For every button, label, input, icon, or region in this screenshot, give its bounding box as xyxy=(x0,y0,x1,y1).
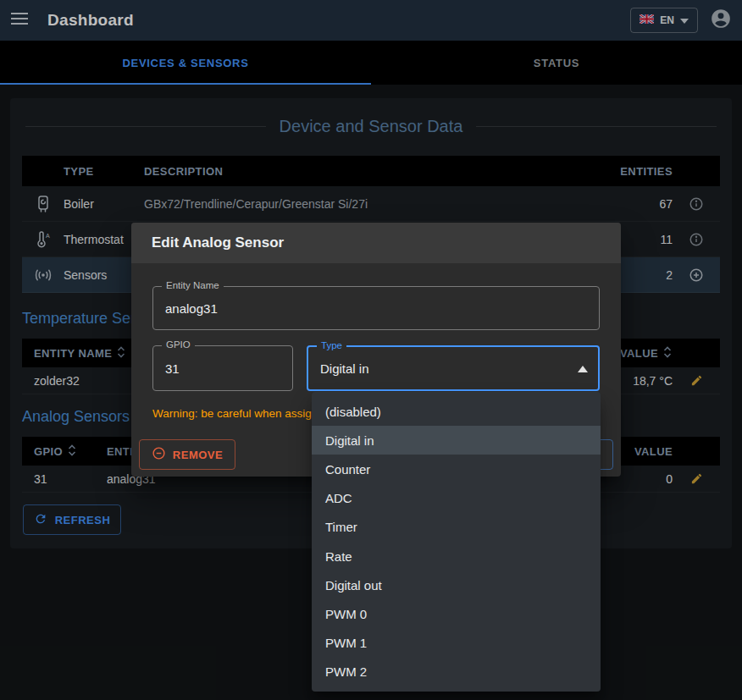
entity-name-value: analog31 xyxy=(165,301,218,316)
menu-item-adc[interactable]: ADC xyxy=(312,484,601,513)
menu-item-digital-out[interactable]: Digital out xyxy=(312,570,601,599)
type-select[interactable]: Type Digital in xyxy=(307,345,600,391)
screen: Dashboard EN xyxy=(0,0,742,700)
menu-item-counter[interactable]: Counter xyxy=(312,455,601,483)
gpio-label: GPIO xyxy=(162,339,195,350)
gpio-value: 31 xyxy=(165,361,180,376)
type-label: Type xyxy=(317,340,346,350)
menu-item-pwm-1[interactable]: PWM 1 xyxy=(312,629,601,658)
dialog-title: Edit Analog Sensor xyxy=(131,223,621,263)
type-value: Digital in xyxy=(320,361,369,376)
dropdown-arrow-up-icon xyxy=(578,361,588,376)
menu-item-rate[interactable]: Rate xyxy=(312,542,601,570)
gpio-field[interactable]: GPIO 31 xyxy=(152,345,293,391)
menu-item-pwm-2[interactable]: PWM 2 xyxy=(312,658,601,686)
menu-item-pwm-0[interactable]: PWM 0 xyxy=(312,599,601,628)
menu-item-timer[interactable]: Timer xyxy=(312,513,601,542)
entity-name-label: Entity Name xyxy=(162,280,224,290)
remove-button[interactable]: REMOVE xyxy=(139,439,235,470)
remove-circle-icon xyxy=(152,446,166,463)
menu-item-digital-in[interactable]: Digital in xyxy=(312,426,601,455)
entity-name-field[interactable]: Entity Name analog31 xyxy=(152,286,600,330)
type-dropdown-menu: (disabled) Digital in Counter ADC Timer … xyxy=(312,392,601,692)
menu-item-disabled[interactable]: (disabled) xyxy=(312,397,601,426)
